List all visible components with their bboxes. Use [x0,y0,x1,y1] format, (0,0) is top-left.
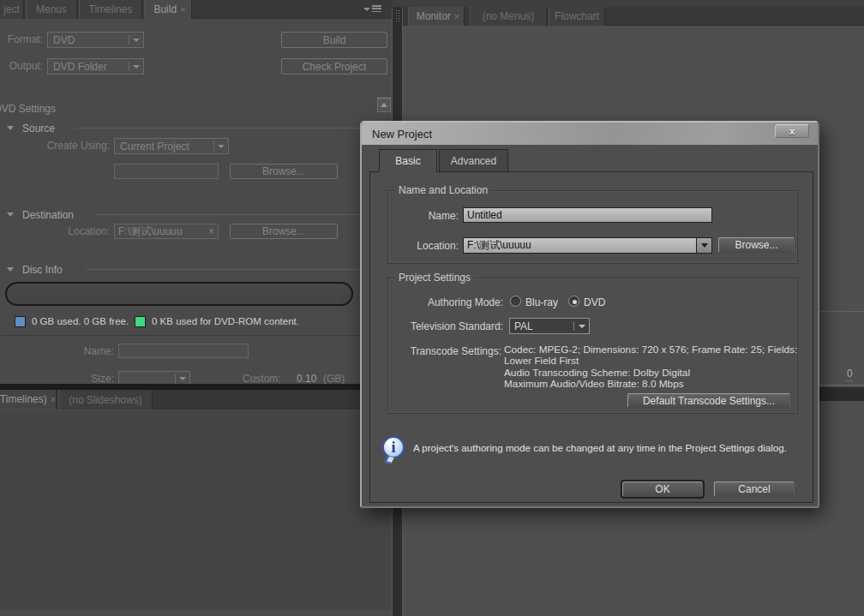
tab-label: (no Menus) [483,10,535,22]
tab-project[interactable]: ject [0,0,24,19]
create-using-dropdown[interactable]: Current Project [114,138,229,154]
tab-build[interactable]: Build × [144,0,192,19]
disc-size-label: Size: [21,373,114,385]
custom-unit: (GB) [323,373,345,385]
format-value: DVD [48,34,129,46]
tab-timelines-bottom[interactable]: Timelines) × [0,390,57,410]
source-path-field[interactable] [114,164,219,179]
check-project-button[interactable]: Check Project [281,58,387,75]
tab-basic[interactable]: Basic [379,149,437,172]
used-space-swatch [15,316,26,327]
disc-info-header: Disc Info [22,264,63,276]
tab-advanced[interactable]: Advanced [439,149,508,172]
dvdrom-legend: 0 KB used for DVD-ROM content. [152,316,299,326]
tab-label: (no Slideshows) [69,394,141,406]
right-tabbar: Monitor × (no Menus) Flowchart [403,7,864,26]
section-rule [86,269,377,270]
dvdrom-swatch [135,316,146,327]
new-project-dialog: New Project x Basic Advanced Name and Lo… [360,121,819,508]
scroll-up-button[interactable] [377,98,391,112]
close-icon[interactable]: × [51,395,56,404]
bottom-tabbar: Timelines) × (no Slideshows) [0,390,392,410]
collapse-triangle-icon[interactable] [7,212,14,217]
chevron-down-icon [176,377,189,380]
create-using-value: Current Project [115,141,213,153]
tab-no-slideshows[interactable]: (no Slideshows) [58,390,153,410]
tab-label: Advanced [451,155,496,167]
tab-monitor[interactable]: Monitor × [408,7,465,26]
disc-name-label: Name: [21,345,114,357]
tab-label: Basic [395,155,420,167]
close-icon: x [789,126,795,136]
monitor-bottom-band [814,387,864,401]
source-browse-button[interactable]: Browse... [230,164,338,179]
output-label: Output: [5,60,43,72]
custom-label: Custom: [243,373,281,385]
tab-flowchart[interactable]: Flowchart [549,7,605,26]
tab-label: Monitor [417,10,451,22]
dvd-settings-title: DVD Settings [0,103,56,115]
disc-capacity-bar [5,282,353,306]
dialog-titlebar[interactable]: New Project [362,123,818,145]
close-icon[interactable]: × [180,5,185,14]
tab-menus[interactable]: Menus [26,0,77,19]
disc-name-field[interactable] [118,344,249,358]
used-space-legend: 0 GB used. 0 GB free. [32,316,129,326]
tab-label: Menus [36,3,67,15]
location-field[interactable]: F:\测试\uuuuu × [114,224,219,239]
build-panel: Format: DVD Build Output: DVD Folder Che… [0,19,392,391]
panel-separator [0,384,392,390]
destination-browse-button[interactable]: Browse... [230,224,338,239]
create-using-label: Create Using: [17,140,110,152]
tab-timelines[interactable]: Timelines [79,0,142,19]
tab-label: Flowchart [555,10,599,22]
splitter-grip-icon [395,9,399,21]
chevron-down-icon [214,145,228,148]
tab-label: Timelines [89,3,133,15]
location-label: Location: [17,225,110,237]
monitor-divider [814,385,864,386]
close-icon[interactable]: × [454,12,459,21]
dialog-close-button[interactable]: x [775,124,809,138]
dialog-content [369,171,813,503]
tab-label: ject [3,3,20,15]
tab-label: Build [153,3,177,15]
section-rule [94,214,377,215]
section-rule [75,128,377,129]
format-label: Format: [5,33,43,45]
dialog-title: New Project [362,128,432,141]
output-dropdown[interactable]: DVD Folder [47,58,144,75]
output-value: DVD Folder [48,61,129,73]
divider [0,335,392,336]
left-panel-group: ject Menus Timelines Build × Format: DVD [0,0,392,609]
tab-no-menus[interactable]: (no Menus) [470,7,547,26]
destination-header: Destination [22,209,74,221]
chevron-down-icon [129,39,143,42]
collapse-triangle-icon[interactable] [7,267,14,272]
format-dropdown[interactable]: DVD [47,32,144,48]
bottom-panel [0,410,392,609]
timecode-fragment[interactable]: 0 [847,368,853,381]
panel-menu-icon[interactable] [363,4,381,14]
chevron-down-icon [129,65,143,69]
build-button[interactable]: Build [281,32,387,48]
tab-label: Timelines) [0,393,47,405]
clear-icon[interactable]: × [208,225,214,237]
monitor-divider [814,311,864,312]
source-header: Source [22,123,55,135]
location-value: F:\测试\uuuuu [118,224,208,239]
left-tabbar: ject Menus Timelines Build × [0,0,392,19]
collapse-triangle-icon[interactable] [7,126,14,130]
app-window: ject Menus Timelines Build × Format: DVD [0,0,864,616]
